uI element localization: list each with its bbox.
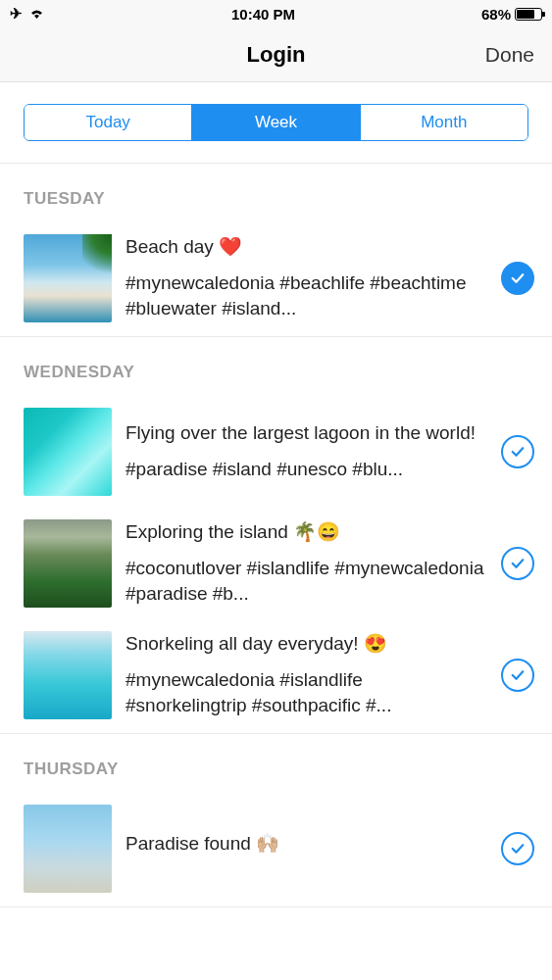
nav-bar: Login Done	[0, 27, 552, 82]
section: WEDNESDAYFlying over the largest lagoon …	[0, 337, 552, 734]
status-time: 10:40 PM	[231, 6, 295, 23]
wifi-icon	[28, 6, 45, 23]
status-right: 68%	[481, 6, 542, 23]
post-caption: Paradise found 🙌🏼	[125, 831, 487, 858]
section-header: TUESDAY	[0, 164, 552, 224]
check-icon[interactable]	[501, 832, 534, 865]
section-header: THURSDAY	[0, 734, 552, 795]
check-icon[interactable]	[501, 262, 534, 295]
post-hashtags: #mynewcaledonia #islandlife #snorkelingt…	[125, 667, 487, 719]
page-title: Login	[247, 42, 306, 68]
post-caption: Beach day ❤️	[125, 234, 487, 261]
post-text: Snorkeling all day everyday! 😍#mynewcale…	[125, 631, 487, 719]
status-left: ✈︎	[10, 5, 45, 23]
post-row[interactable]: Flying over the largest lagoon in the wo…	[0, 398, 552, 510]
post-text: Paradise found 🙌🏼	[125, 831, 487, 867]
post-row[interactable]: Beach day ❤️#mynewcaledonia #beachlife #…	[0, 224, 552, 336]
post-row[interactable]: Snorkeling all day everyday! 😍#mynewcale…	[0, 621, 552, 733]
battery-percent: 68%	[481, 6, 511, 23]
post-text: Flying over the largest lagoon in the wo…	[125, 420, 487, 482]
segmented-control: Today Week Month	[24, 104, 528, 141]
segment-month[interactable]: Month	[361, 105, 527, 140]
post-caption: Snorkeling all day everyday! 😍	[125, 631, 487, 658]
post-thumbnail[interactable]	[24, 805, 112, 893]
post-thumbnail[interactable]	[24, 519, 112, 608]
check-icon[interactable]	[501, 659, 534, 692]
airplane-mode-icon: ✈︎	[10, 5, 23, 23]
post-thumbnail[interactable]	[24, 408, 112, 496]
section-header: WEDNESDAY	[0, 337, 552, 398]
post-text: Beach day ❤️#mynewcaledonia #beachlife #…	[125, 234, 487, 322]
post-hashtags: #mynewcaledonia #beachlife #beachtime #b…	[125, 270, 487, 322]
post-row[interactable]: Exploring the island 🌴😄#coconutlover #is…	[0, 510, 552, 621]
post-thumbnail[interactable]	[24, 631, 112, 719]
post-caption: Exploring the island 🌴😄	[125, 519, 487, 546]
segment-wrapper: Today Week Month	[0, 82, 552, 164]
post-thumbnail[interactable]	[24, 234, 112, 322]
done-button[interactable]: Done	[485, 43, 534, 67]
check-icon[interactable]	[501, 547, 534, 580]
section: THURSDAYParadise found 🙌🏼	[0, 734, 552, 907]
post-row[interactable]: Paradise found 🙌🏼	[0, 795, 552, 906]
segment-week[interactable]: Week	[192, 105, 360, 140]
post-hashtags: #paradise #island #unesco #blu...	[125, 457, 487, 483]
post-text: Exploring the island 🌴😄#coconutlover #is…	[125, 519, 487, 608]
battery-icon	[515, 8, 542, 21]
feed-list[interactable]: TUESDAYBeach day ❤️#mynewcaledonia #beac…	[0, 164, 552, 907]
post-caption: Flying over the largest lagoon in the wo…	[125, 420, 487, 447]
section: TUESDAYBeach day ❤️#mynewcaledonia #beac…	[0, 164, 552, 337]
segment-today[interactable]: Today	[25, 105, 192, 140]
check-icon[interactable]	[501, 435, 534, 468]
status-bar: ✈︎ 10:40 PM 68%	[0, 0, 552, 27]
post-hashtags: #coconutlover #islandlife #mynewcaledoni…	[125, 556, 487, 608]
